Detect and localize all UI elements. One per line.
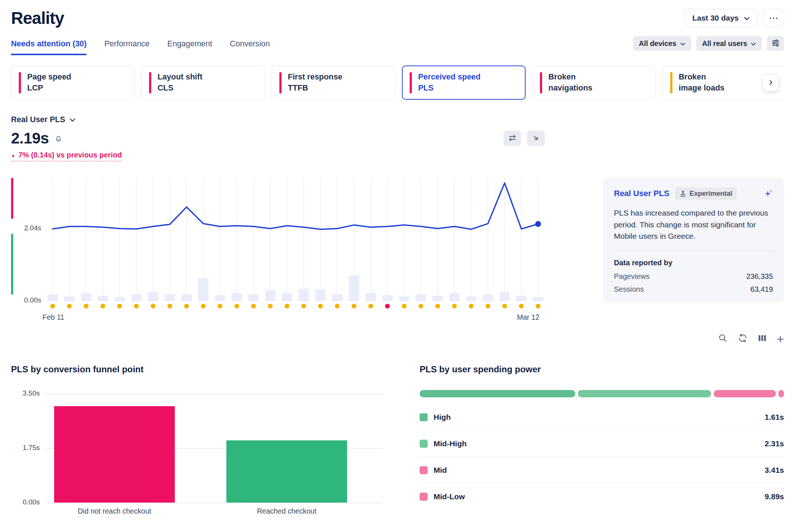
filters: All devices All real users — [633, 36, 784, 55]
scroll-right-button[interactable]: › — [763, 74, 779, 91]
swatch-high — [420, 413, 428, 421]
card-title-line2: image loads — [679, 83, 724, 94]
y-axis-tick: 1.75s — [11, 444, 40, 452]
y-axis-tick: 0.00s — [11, 498, 40, 506]
legend-label: Mid-High — [434, 439, 467, 448]
funnel-chart-title: PLS by conversion funnel point — [11, 364, 383, 375]
card-title-line2: TTFB — [288, 83, 342, 94]
user-filter[interactable]: All real users — [696, 36, 762, 51]
card-title-line1: Layout shift — [158, 72, 202, 83]
tab-bar: Needs attention (30) Performance Engagem… — [11, 39, 270, 55]
delta-vs-previous[interactable]: ▲ 7% (0.14s) vs previous period — [11, 151, 122, 162]
compare-arrows-icon — [508, 134, 517, 143]
divider — [614, 251, 773, 251]
reported-by-label: Data reported by — [614, 259, 773, 267]
y-axis-tick: 2.04s — [11, 224, 41, 232]
sparkle-icon[interactable] — [763, 189, 773, 198]
flask-icon — [679, 190, 686, 197]
funnel-chart[interactable]: 3.50s 1.75s 0.00s — [45, 394, 383, 503]
segment-mid-low[interactable] — [778, 390, 784, 397]
metric-value-group: 2.19s — [11, 130, 63, 147]
stat-value: 63,419 — [750, 285, 773, 294]
segment-mid-high[interactable] — [578, 390, 711, 397]
filter-settings-button[interactable] — [767, 36, 784, 51]
metric-card-pls[interactable]: Perceived speed PLS — [402, 65, 526, 100]
zoom-button[interactable] — [718, 333, 728, 344]
bar-did-not-reach-checkout[interactable] — [54, 406, 175, 503]
metric-card-ttfb[interactable]: First response TTFB — [272, 65, 395, 100]
metric-selector-label: Real User PLS — [11, 115, 65, 124]
card-accent-bar — [149, 72, 151, 93]
date-range-selector[interactable]: Last 30 days — [685, 9, 757, 27]
ellipsis-icon: ⋯ — [769, 13, 778, 24]
tab-performance[interactable]: Performance — [104, 39, 149, 55]
legend-value: 1.61s — [764, 413, 784, 422]
card-accent-bar — [279, 72, 282, 93]
collapse-button[interactable] — [527, 131, 545, 146]
columns-button[interactable] — [757, 333, 767, 344]
chevron-down-icon — [744, 14, 750, 22]
date-range-label: Last 30 days — [692, 14, 739, 22]
metric-card-cls[interactable]: Layout shift CLS — [141, 65, 265, 100]
more-options-button[interactable]: ⋯ — [763, 9, 784, 27]
delta-text: 7% (0.14s) vs previous period — [18, 151, 122, 159]
legend-row-high: High 1.61s — [420, 404, 784, 430]
bar-reached-checkout[interactable] — [226, 440, 347, 503]
stat-pageviews: Pageviews 236,335 — [614, 272, 773, 281]
metric-headline-row: 2.19s — [11, 130, 545, 147]
swatch-mid — [420, 466, 428, 474]
add-button[interactable]: + — [777, 334, 784, 344]
tab-filter-row: Needs attention (30) Performance Engagem… — [11, 36, 784, 55]
refresh-button[interactable] — [738, 333, 748, 344]
insight-panel: Real User PLS Experimental — [603, 178, 784, 302]
device-filter-label: All devices — [639, 39, 676, 48]
card-text: First response TTFB — [288, 72, 342, 93]
trend-section: 2.04s 0.00s Feb 11 Mar 12 Real User PLS — [11, 178, 784, 328]
stat-label: Sessions — [614, 285, 644, 294]
gridline — [45, 503, 383, 503]
tab-conversion[interactable]: Conversion — [230, 39, 270, 55]
chart-mini-actions — [504, 131, 545, 146]
segment-high[interactable] — [420, 390, 575, 397]
trend-svg — [46, 178, 545, 325]
card-title-line2: navigations — [548, 83, 592, 94]
legend-label: Mid — [434, 466, 447, 475]
delta-up-icon: ▲ — [11, 153, 15, 158]
card-title-line1: Broken — [679, 72, 724, 83]
metric-card-broken-navigations[interactable]: Broken navigations — [532, 65, 656, 100]
tab-needs-attention[interactable]: Needs attention (30) — [11, 39, 86, 55]
bell-icon[interactable] — [54, 134, 63, 143]
experimental-badge-label: Experimental — [689, 189, 732, 198]
tab-engagement[interactable]: Engagement — [167, 39, 212, 55]
header-actions: Last 30 days ⋯ — [685, 9, 784, 27]
funnel-category-labels: Did not reach checkout Reached checkout — [45, 507, 383, 519]
segment-mid[interactable] — [714, 390, 776, 397]
x-axis-label-start: Feb 11 — [37, 313, 70, 322]
chevron-down-icon — [680, 39, 685, 48]
card-title-line1: First response — [288, 72, 342, 83]
pls-trend-chart[interactable]: 2.04s 0.00s Feb 11 Mar 12 — [11, 178, 545, 328]
device-filter[interactable]: All devices — [633, 36, 691, 51]
stat-sessions: Sessions 63,419 — [614, 285, 773, 294]
card-text: Page speed LCP — [27, 72, 71, 93]
user-filter-label: All real users — [702, 39, 747, 48]
card-accent-bar — [410, 72, 412, 93]
insight-body: PLS has increased compared to the previo… — [614, 207, 773, 242]
chevron-right-icon: › — [769, 75, 773, 88]
card-title-line1: Perceived speed — [418, 72, 481, 83]
trend-plot-area[interactable] — [46, 178, 545, 325]
metric-card-lcp[interactable]: Page speed LCP — [11, 65, 135, 100]
chevron-down-icon — [751, 39, 756, 48]
compare-button[interactable] — [504, 131, 521, 146]
category-label: Did not reach checkout — [56, 507, 173, 515]
spending-chart-title: PLS by user spending power — [420, 364, 784, 375]
spending-distribution-bar[interactable] — [420, 390, 784, 397]
sliders-icon — [771, 39, 780, 49]
swatch-mid-low — [420, 493, 428, 501]
card-title-line1: Broken — [548, 72, 592, 83]
swatch-mid-high — [420, 440, 428, 448]
metric-selector[interactable]: Real User PLS — [11, 115, 75, 124]
gridline — [45, 394, 383, 394]
collapse-icon — [532, 134, 540, 143]
legend-label: Mid-Low — [434, 492, 465, 501]
